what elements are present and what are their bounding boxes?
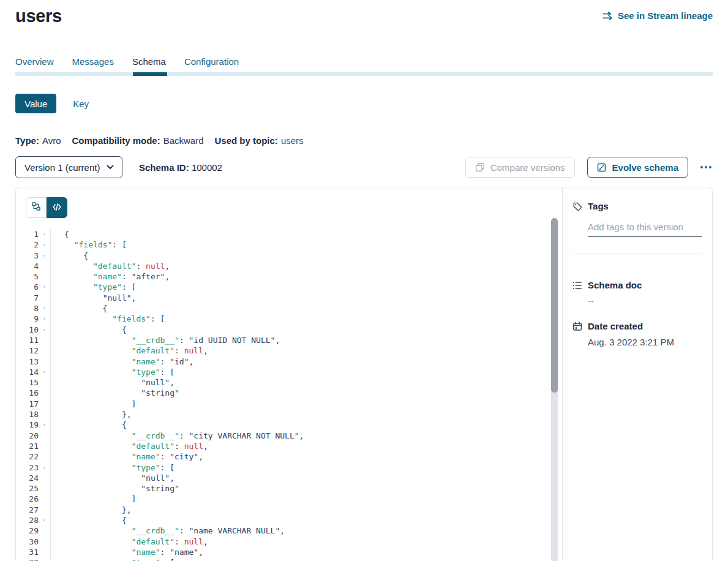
line-number: 28: [16, 515, 39, 525]
line-number: 31: [16, 547, 39, 557]
schema-doc-value: --: [588, 296, 702, 306]
used-by-topic-link[interactable]: users: [281, 135, 304, 146]
code-line: 31 "name": "name",: [16, 547, 562, 557]
code-line: 15 "null",: [16, 377, 562, 388]
schema-code-pane: 1▾{2▾ "fields": [3▾ {4 "default": null,5…: [16, 187, 562, 561]
date-created-heading: Date created: [588, 321, 643, 331]
code-text: "type": [: [51, 557, 174, 561]
code-view-button[interactable]: [47, 197, 67, 218]
fold-toggle-icon[interactable]: ▾: [39, 239, 51, 250]
key-tab-link[interactable]: Key: [73, 99, 89, 109]
view-mode-toggle: [26, 197, 67, 218]
code-line: 16 "string": [16, 388, 562, 398]
fold-toggle-icon[interactable]: ▾: [39, 557, 51, 561]
tree-view-button[interactable]: [26, 197, 47, 218]
code-text: ]: [51, 494, 136, 504]
code-line: 6▾ "type": [: [16, 282, 562, 292]
line-number: 4: [16, 261, 39, 271]
schema-meta-row: Type:Avro Compatibility mode:Backward Us…: [15, 135, 713, 146]
line-number: 3: [16, 250, 39, 261]
code-text: {: [51, 250, 88, 261]
line-number: 16: [16, 388, 39, 398]
fold-spacer: [39, 494, 51, 504]
compare-versions-label: Compare versions: [490, 162, 565, 173]
line-number: 9: [16, 314, 39, 324]
fold-toggle-icon[interactable]: ▾: [39, 303, 51, 314]
date-created-value: Aug. 3 2022 3:21 PM: [588, 337, 702, 347]
line-number: 6: [16, 282, 39, 292]
code-text: {: [51, 325, 127, 335]
line-number: 1: [16, 229, 39, 239]
tab-messages[interactable]: Messages: [72, 56, 114, 72]
schema-doc-heading: Schema doc: [588, 280, 642, 290]
sidebar-divider: [572, 254, 702, 254]
fold-spacer: [39, 473, 51, 483]
fold-spacer: [39, 537, 51, 547]
tags-heading-row: Tags: [572, 201, 702, 211]
schema-id-value: 100002: [192, 162, 222, 173]
date-created-section: Date created Aug. 3 2022 3:21 PM: [572, 321, 702, 347]
code-text: {: [51, 229, 69, 239]
compare-versions-icon: [475, 162, 485, 172]
code-text: "__crdb__": "name VARCHAR NULL",: [51, 525, 285, 536]
more-actions-button[interactable]: [699, 162, 713, 172]
line-number: 32: [16, 557, 39, 561]
code-line: 24 "null",: [16, 473, 562, 483]
compare-versions-button[interactable]: Compare versions: [465, 157, 575, 178]
code-text: "__crdb__": "city VARCHAR NOT NULL",: [51, 431, 304, 441]
tab-schema[interactable]: Schema: [132, 56, 166, 72]
line-number: 7: [16, 293, 39, 303]
code-text: {: [51, 303, 107, 314]
fold-toggle-icon[interactable]: ▾: [39, 250, 51, 261]
fold-toggle-icon[interactable]: ▾: [39, 367, 51, 377]
tab-configuration[interactable]: Configuration: [184, 56, 239, 72]
code-text: "default": null,: [51, 261, 170, 271]
version-dropdown[interactable]: Version 1 (current): [15, 156, 122, 178]
code-line: 9▾ "fields": [: [16, 314, 562, 324]
fold-spacer: [39, 335, 51, 345]
fold-toggle-icon[interactable]: ▾: [39, 462, 51, 473]
page-title: users: [15, 6, 62, 26]
code-text: "null",: [51, 473, 174, 483]
code-line: 19▾ {: [16, 420, 562, 430]
code-line: 18 },: [16, 409, 562, 420]
tab-overview[interactable]: Overview: [15, 56, 54, 72]
calendar-plus-icon: [572, 322, 582, 331]
code-view-icon: [53, 202, 61, 213]
fold-toggle-icon[interactable]: ▾: [39, 282, 51, 292]
code-line: 17 ]: [16, 399, 562, 409]
evolve-schema-button[interactable]: Evolve schema: [587, 157, 688, 178]
code-text: "null",: [51, 377, 174, 388]
fold-toggle-icon[interactable]: ▾: [39, 314, 51, 324]
code-scrollbar-thumb[interactable]: [551, 218, 558, 393]
code-line: 28▾ {: [16, 515, 562, 525]
fold-spacer: [39, 399, 51, 409]
line-number: 11: [16, 335, 39, 345]
see-in-stream-lineage-link[interactable]: See in Stream lineage: [602, 10, 713, 21]
code-scrollbar-track[interactable]: [551, 218, 558, 561]
topic-tabs: Overview Messages Schema Configuration: [15, 56, 713, 72]
code-text: "name": "name",: [51, 547, 203, 557]
line-number: 29: [16, 525, 39, 536]
code-line: 5 "name": "after",: [16, 271, 562, 282]
code-text: "default": null,: [51, 345, 208, 356]
line-number: 30: [16, 537, 39, 547]
code-text: "type": [: [51, 462, 174, 473]
code-line: 21 "default": null,: [16, 441, 562, 451]
code-line: 32▾ "type": [: [16, 557, 562, 561]
value-tab-button[interactable]: Value: [15, 94, 56, 113]
add-tags-input[interactable]: [588, 220, 702, 237]
code-text: "null",: [51, 293, 136, 303]
code-line: 4 "default": null,: [16, 261, 562, 271]
code-line: 25 "string": [16, 483, 562, 494]
code-text: {: [51, 420, 127, 430]
fold-toggle-icon[interactable]: ▾: [39, 420, 51, 430]
code-line: 10▾ {: [16, 325, 562, 335]
schema-doc-heading-row: Schema doc: [572, 280, 702, 290]
code-line: 23▾ "type": [: [16, 462, 562, 473]
schema-sidebar: Tags Schema doc --: [562, 187, 712, 561]
fold-toggle-icon[interactable]: ▾: [39, 325, 51, 335]
version-dropdown-value: Version 1 (current): [24, 162, 100, 173]
fold-toggle-icon[interactable]: ▾: [39, 515, 51, 525]
fold-toggle-icon[interactable]: ▾: [39, 229, 51, 239]
